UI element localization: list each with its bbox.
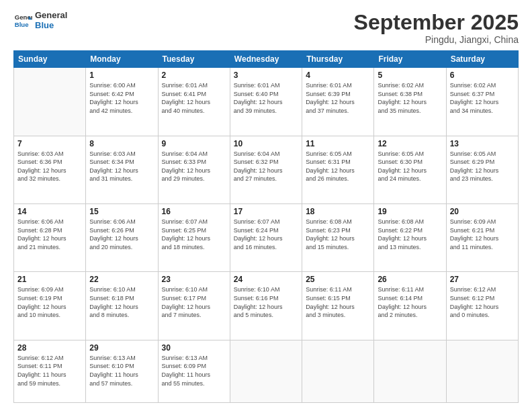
calendar-cell: 22Sunrise: 6:10 AM Sunset: 6:18 PM Dayli…: [86, 272, 158, 340]
day-info: Sunrise: 6:05 AM Sunset: 6:30 PM Dayligh…: [378, 150, 442, 183]
calendar-cell: 6Sunrise: 6:02 AM Sunset: 6:37 PM Daylig…: [446, 68, 518, 136]
calendar-cell: 5Sunrise: 6:02 AM Sunset: 6:38 PM Daylig…: [374, 68, 446, 136]
calendar-cell: 23Sunrise: 6:10 AM Sunset: 6:17 PM Dayli…: [158, 272, 230, 340]
day-info: Sunrise: 6:00 AM Sunset: 6:42 PM Dayligh…: [89, 81, 154, 115]
day-number: 26: [378, 275, 442, 284]
calendar-cell: [374, 340, 446, 402]
calendar-cell: 28Sunrise: 6:12 AM Sunset: 6:11 PM Dayli…: [14, 340, 86, 402]
calendar-week-4: 21Sunrise: 6:09 AM Sunset: 6:19 PM Dayli…: [14, 272, 519, 340]
calendar-cell: 10Sunrise: 6:04 AM Sunset: 6:32 PM Dayli…: [230, 136, 302, 203]
logo-line1: General: [35, 11, 67, 21]
calendar-cell: 27Sunrise: 6:12 AM Sunset: 6:12 PM Dayli…: [446, 272, 518, 340]
header-day-wednesday: Wednesday: [230, 51, 302, 68]
day-number: 21: [17, 275, 82, 284]
calendar-cell: 9Sunrise: 6:04 AM Sunset: 6:33 PM Daylig…: [158, 136, 230, 203]
header-day-thursday: Thursday: [302, 51, 374, 68]
day-number: 12: [378, 139, 442, 148]
day-info: Sunrise: 6:01 AM Sunset: 6:40 PM Dayligh…: [234, 81, 298, 115]
header-day-monday: Monday: [86, 51, 158, 68]
day-info: Sunrise: 6:04 AM Sunset: 6:32 PM Dayligh…: [234, 150, 298, 183]
day-info: Sunrise: 6:12 AM Sunset: 6:11 PM Dayligh…: [17, 354, 82, 387]
day-info: Sunrise: 6:01 AM Sunset: 6:39 PM Dayligh…: [306, 81, 370, 115]
day-number: 15: [89, 207, 154, 216]
day-number: 8: [89, 139, 154, 148]
day-info: Sunrise: 6:11 AM Sunset: 6:15 PM Dayligh…: [306, 285, 370, 319]
page: General Blue General Blue September 2025…: [0, 0, 532, 411]
calendar-cell: 15Sunrise: 6:06 AM Sunset: 6:26 PM Dayli…: [86, 203, 158, 271]
day-number: 30: [162, 343, 226, 353]
header-day-friday: Friday: [374, 51, 446, 68]
header: General Blue General Blue September 2025…: [13, 11, 519, 45]
calendar-cell: 8Sunrise: 6:03 AM Sunset: 6:34 PM Daylig…: [86, 136, 158, 203]
day-info: Sunrise: 6:04 AM Sunset: 6:33 PM Dayligh…: [162, 150, 226, 183]
day-info: Sunrise: 6:07 AM Sunset: 6:24 PM Dayligh…: [234, 218, 298, 251]
calendar-cell: 24Sunrise: 6:10 AM Sunset: 6:16 PM Dayli…: [230, 272, 302, 340]
calendar-week-5: 28Sunrise: 6:12 AM Sunset: 6:11 PM Dayli…: [14, 340, 519, 402]
day-info: Sunrise: 6:13 AM Sunset: 6:09 PM Dayligh…: [162, 354, 226, 387]
calendar-cell: 19Sunrise: 6:08 AM Sunset: 6:22 PM Dayli…: [374, 203, 446, 271]
day-info: Sunrise: 6:10 AM Sunset: 6:17 PM Dayligh…: [162, 285, 226, 319]
day-info: Sunrise: 6:07 AM Sunset: 6:25 PM Dayligh…: [162, 218, 226, 251]
day-number: 10: [234, 139, 298, 148]
day-number: 11: [306, 139, 370, 148]
day-info: Sunrise: 6:10 AM Sunset: 6:16 PM Dayligh…: [234, 285, 298, 319]
header-day-saturday: Saturday: [446, 51, 518, 68]
day-number: 27: [450, 275, 515, 284]
day-info: Sunrise: 6:02 AM Sunset: 6:37 PM Dayligh…: [450, 81, 515, 115]
header-day-sunday: Sunday: [14, 51, 86, 68]
day-number: 13: [450, 139, 515, 148]
calendar-cell: 13Sunrise: 6:05 AM Sunset: 6:29 PM Dayli…: [446, 136, 518, 203]
calendar-cell: 4Sunrise: 6:01 AM Sunset: 6:39 PM Daylig…: [302, 68, 374, 136]
calendar-cell: 21Sunrise: 6:09 AM Sunset: 6:19 PM Dayli…: [14, 272, 86, 340]
day-info: Sunrise: 6:13 AM Sunset: 6:10 PM Dayligh…: [89, 354, 154, 387]
calendar-cell: [446, 340, 518, 402]
title-block: September 2025 Pingdu, Jiangxi, China: [354, 11, 519, 45]
day-number: 18: [306, 207, 370, 216]
day-info: Sunrise: 6:09 AM Sunset: 6:21 PM Dayligh…: [450, 218, 515, 251]
day-number: 23: [162, 275, 226, 284]
calendar-cell: 18Sunrise: 6:08 AM Sunset: 6:23 PM Dayli…: [302, 203, 374, 271]
calendar-cell: 26Sunrise: 6:11 AM Sunset: 6:14 PM Dayli…: [374, 272, 446, 340]
day-number: 16: [162, 207, 226, 216]
calendar-cell: 1Sunrise: 6:00 AM Sunset: 6:42 PM Daylig…: [86, 68, 158, 136]
day-info: Sunrise: 6:06 AM Sunset: 6:26 PM Dayligh…: [89, 218, 154, 251]
day-number: 17: [234, 207, 298, 216]
calendar-cell: 20Sunrise: 6:09 AM Sunset: 6:21 PM Dayli…: [446, 203, 518, 271]
day-number: 3: [234, 71, 298, 80]
day-info: Sunrise: 6:03 AM Sunset: 6:36 PM Dayligh…: [17, 150, 82, 183]
calendar-cell: 30Sunrise: 6:13 AM Sunset: 6:09 PM Dayli…: [158, 340, 230, 402]
calendar-cell: 12Sunrise: 6:05 AM Sunset: 6:30 PM Dayli…: [374, 136, 446, 203]
day-info: Sunrise: 6:12 AM Sunset: 6:12 PM Dayligh…: [450, 285, 515, 319]
day-info: Sunrise: 6:05 AM Sunset: 6:31 PM Dayligh…: [306, 150, 370, 183]
location: Pingdu, Jiangxi, China: [354, 34, 519, 45]
day-number: 5: [378, 71, 442, 80]
calendar-cell: 29Sunrise: 6:13 AM Sunset: 6:10 PM Dayli…: [86, 340, 158, 402]
day-info: Sunrise: 6:09 AM Sunset: 6:19 PM Dayligh…: [17, 285, 82, 319]
day-number: 2: [162, 71, 226, 80]
day-number: 28: [17, 343, 82, 353]
logo-line2: Blue: [35, 21, 67, 31]
calendar-week-1: 1Sunrise: 6:00 AM Sunset: 6:42 PM Daylig…: [14, 68, 519, 136]
day-info: Sunrise: 6:10 AM Sunset: 6:18 PM Dayligh…: [89, 285, 154, 319]
day-info: Sunrise: 6:08 AM Sunset: 6:23 PM Dayligh…: [306, 218, 370, 251]
calendar-week-2: 7Sunrise: 6:03 AM Sunset: 6:36 PM Daylig…: [14, 136, 519, 203]
day-number: 24: [234, 275, 298, 284]
day-number: 4: [306, 71, 370, 80]
day-number: 1: [89, 71, 154, 80]
day-info: Sunrise: 6:05 AM Sunset: 6:29 PM Dayligh…: [450, 150, 515, 183]
calendar-header-row: SundayMondayTuesdayWednesdayThursdayFrid…: [14, 51, 519, 68]
day-number: 19: [378, 207, 442, 216]
day-number: 14: [17, 207, 82, 216]
logo-icon: General Blue: [13, 11, 32, 30]
calendar-cell: 7Sunrise: 6:03 AM Sunset: 6:36 PM Daylig…: [14, 136, 86, 203]
day-info: Sunrise: 6:11 AM Sunset: 6:14 PM Dayligh…: [378, 285, 442, 319]
calendar-cell: [14, 68, 86, 136]
calendar-table: SundayMondayTuesdayWednesdayThursdayFrid…: [13, 50, 519, 403]
calendar-cell: 2Sunrise: 6:01 AM Sunset: 6:41 PM Daylig…: [158, 68, 230, 136]
day-info: Sunrise: 6:01 AM Sunset: 6:41 PM Dayligh…: [162, 81, 226, 115]
day-number: 20: [450, 207, 515, 216]
calendar-week-3: 14Sunrise: 6:06 AM Sunset: 6:28 PM Dayli…: [14, 203, 519, 271]
calendar-cell: 25Sunrise: 6:11 AM Sunset: 6:15 PM Dayli…: [302, 272, 374, 340]
day-info: Sunrise: 6:08 AM Sunset: 6:22 PM Dayligh…: [378, 218, 442, 251]
day-number: 25: [306, 275, 370, 284]
